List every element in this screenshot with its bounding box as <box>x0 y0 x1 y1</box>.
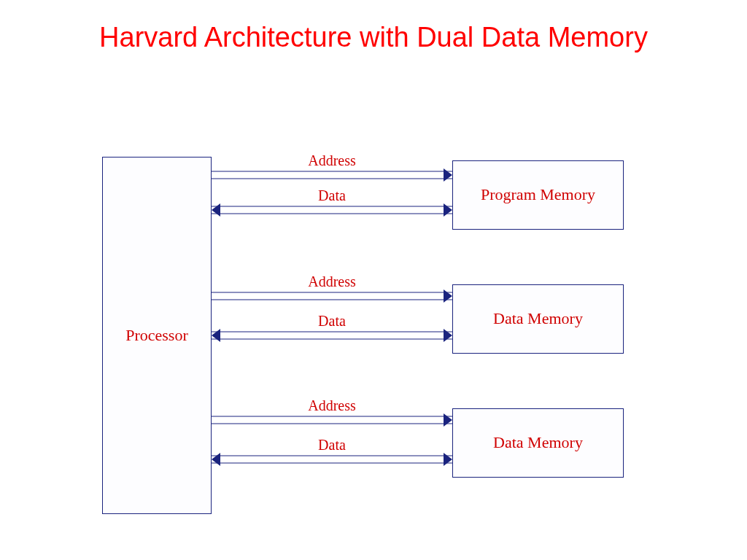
data-memory-2-label: Data Memory <box>493 432 583 454</box>
slide: Harvard Architecture with Dual Data Memo… <box>0 0 747 560</box>
svg-marker-19 <box>212 453 220 466</box>
address-bus-3 <box>212 415 452 427</box>
data-bus-3 <box>212 454 452 466</box>
processor-box: Processor <box>102 157 212 514</box>
svg-marker-20 <box>444 453 452 466</box>
data-memory-1-label: Data Memory <box>493 308 583 330</box>
address-bus-1 <box>212 170 452 182</box>
svg-marker-13 <box>444 329 452 342</box>
svg-marker-9 <box>444 289 452 303</box>
address-bus-2 <box>212 291 452 303</box>
svg-marker-2 <box>444 168 452 182</box>
address-bus-label-1: Address <box>212 152 452 169</box>
processor-label: Processor <box>125 325 188 346</box>
architecture-diagram: Processor Program Memory Data Memory Dat… <box>102 157 642 521</box>
address-bus-label-2: Address <box>212 273 452 290</box>
program-memory-label: Program Memory <box>481 184 595 206</box>
svg-marker-6 <box>444 203 452 217</box>
data-bus-2 <box>212 330 452 342</box>
data-bus-label-2: Data <box>212 313 452 330</box>
program-memory-box: Program Memory <box>452 160 624 230</box>
address-bus-label-3: Address <box>212 397 452 414</box>
data-bus-label-1: Data <box>212 187 452 204</box>
svg-marker-5 <box>212 203 220 217</box>
data-memory-box-1: Data Memory <box>452 284 624 354</box>
data-bus-label-3: Data <box>212 437 452 454</box>
svg-marker-12 <box>212 329 220 342</box>
data-memory-box-2: Data Memory <box>452 408 624 478</box>
slide-title: Harvard Architecture with Dual Data Memo… <box>0 22 747 53</box>
svg-marker-16 <box>444 413 452 427</box>
data-bus-1 <box>212 205 452 217</box>
